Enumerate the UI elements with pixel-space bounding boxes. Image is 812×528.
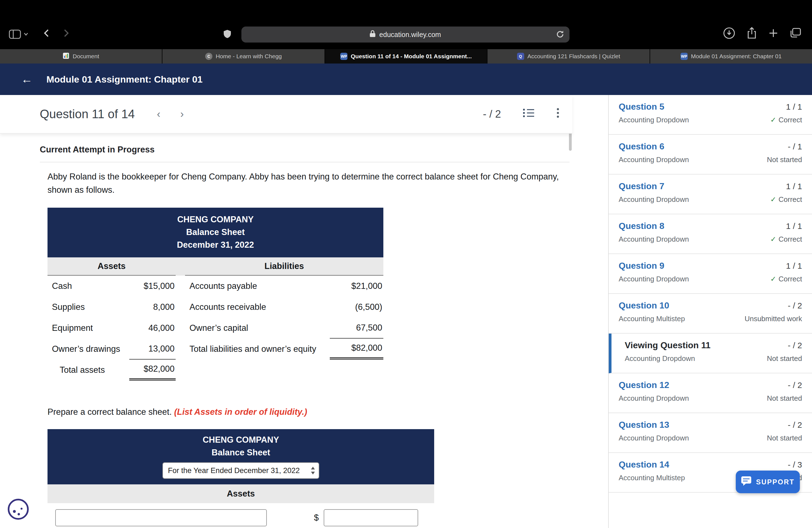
given-sheet-header: CHENG COMPANY Balance Sheet December 31,… [47,208,383,258]
question-type: Accounting Dropdown [619,275,689,283]
given-balance-sheet: CHENG COMPANY Balance Sheet December 31,… [47,208,383,381]
next-question-icon[interactable]: › [180,108,184,120]
question-type: Accounting Multistep [619,474,685,482]
balance-sheet-rows: Cash $15,000 Accounts payable $21,000 Su… [47,276,383,381]
wileyplus-favicon: WP [340,53,347,60]
company-name: CHENG COMPANY [47,213,383,226]
question-list-item[interactable]: Question 10 - / 2 Accounting Multistep ✓… [609,294,812,334]
question-score: - / 2 [788,301,802,310]
question-list-item[interactable]: Question 12 - / 2 Accounting Dropdown ✓N… [609,373,812,413]
question-score: 1 / 1 [786,182,802,191]
check-icon: ✓ [770,116,777,124]
question-link[interactable]: Question 14 [619,459,669,470]
period-select[interactable]: For the Year Ended December 31, 2022 [162,462,319,479]
check-icon: ✓ [770,195,777,204]
question-link[interactable]: Question 8 [619,221,664,231]
question-link[interactable]: Question 13 [619,420,669,430]
question-status: ✓Not started [767,434,802,442]
tab-label: Accounting 121 Flashcards | Quizlet [527,53,620,60]
asset-value: $15,000 [129,276,176,297]
support-button[interactable]: SUPPORT [736,471,800,493]
current-question-label: Viewing Question 11 [625,340,711,350]
chat-bubble-icon [741,476,752,488]
back-arrow-icon[interactable]: ← [21,73,33,85]
back-icon[interactable] [44,29,49,40]
instruction-text: Prepare a correct balance sheet. (List A… [47,407,572,417]
liability-value: $21,000 [330,276,383,297]
asset-name-input[interactable] [55,509,267,526]
question-type: Accounting Dropdown [619,156,689,164]
share-icon[interactable] [747,27,757,41]
question-list-item[interactable]: Question 7 1 / 1 Accounting Dropdown ✓Co… [609,175,812,214]
question-type: Accounting Dropdown [619,116,689,124]
assets-column-header: Assets [47,258,176,276]
question-score: - / 3 [788,460,802,469]
tab-strip: Document C Home - Learn with Chegg WP Qu… [0,49,812,63]
tab-chegg[interactable]: C Home - Learn with Chegg [162,49,324,63]
tab-label: Home - Learn with Chegg [216,53,282,60]
more-options-icon[interactable] [557,108,559,120]
question-list-item[interactable]: Question 8 1 / 1 Accounting Dropdown ✓Co… [609,214,812,254]
statement-title: Balance Sheet [47,446,434,459]
question-list-item[interactable]: Question 13 - / 2 Accounting Dropdown ✓N… [609,413,812,453]
sidebar-toggle-icon[interactable] [9,30,28,39]
attempt-status-label: Current Attempt in Progress [40,145,572,155]
question-link[interactable]: Question 12 [619,380,669,390]
asset-label: Owner’s drawings [47,339,129,360]
tab-wileyplus-assignment[interactable]: WP Module 01 Assignment: Chapter 01 [650,49,812,63]
question-list-item[interactable]: Question 6 - / 1 Accounting Dropdown ✓No… [609,135,812,175]
question-link[interactable]: Question 5 [619,102,664,112]
asset-value: 46,000 [129,318,176,339]
question-link[interactable]: Question 9 [619,261,664,271]
asset-total-value: $82,000 [129,360,176,381]
question-list-item-current[interactable]: Viewing Question 11 - / 2 Accounting Dro… [609,334,812,373]
privacy-shield-icon[interactable] [224,30,231,40]
tab-overview-icon[interactable] [790,28,801,41]
question-list-sidebar: Question 5 1 / 1 Accounting Dropdown ✓Co… [609,95,812,528]
downloads-icon[interactable] [723,27,735,41]
tab-wileyplus-question[interactable]: WP Question 11 of 14 - Module 01 Assignm… [325,49,487,63]
statement-title: Balance Sheet [47,226,383,239]
address-bar[interactable]: education.wiley.com [242,27,569,43]
question-link[interactable]: Question 10 [619,300,669,311]
question-status: ✓Correct [770,116,802,124]
liability-total-label: Total liabilities and owner’s equity [185,339,330,360]
problem-text: Abby Roland is the bookkeeper for Cheng … [47,170,562,196]
liability-value: (6,500) [330,297,383,318]
asset-label: Cash [47,276,129,297]
liabilities-column-header: Liabilities [185,258,383,276]
tab-document[interactable]: Document [0,49,162,63]
check-icon: ✓ [770,235,777,244]
prev-question-icon[interactable]: ‹ [157,108,160,120]
question-toolbar: Question 11 of 14 ‹ › - / 2 [0,95,572,134]
tab-label: Document [73,53,99,60]
question-status: ✓Not started [767,354,802,363]
question-list-item[interactable]: Question 9 1 / 1 Accounting Dropdown ✓Co… [609,254,812,294]
divider [40,162,569,162]
assignment-title: Module 01 Assignment: Chapter 01 [46,74,203,85]
new-tab-icon[interactable] [768,28,778,40]
lock-icon [370,30,375,39]
question-list-icon[interactable] [523,108,535,120]
question-panel: Question 11 of 14 ‹ › - / 2 Current Atte… [0,95,609,528]
url-text: education.wiley.com [379,31,441,39]
reload-icon[interactable] [556,30,564,40]
liability-value: 67,500 [330,318,383,339]
question-list-item[interactable]: Question 5 1 / 1 Accounting Dropdown ✓Co… [609,95,812,135]
assistant-logo[interactable] [6,498,30,521]
question-link[interactable]: Question 6 [619,142,664,151]
liability-label: Owner’s capital [185,318,330,339]
chegg-favicon: C [205,53,213,60]
question-type: Accounting Dropdown [625,354,695,363]
question-type: Accounting Dropdown [619,235,689,244]
company-name: CHENG COMPANY [47,434,434,446]
asset-value: 8,000 [129,297,176,318]
tab-quizlet[interactable]: Q Accounting 121 Flashcards | Quizlet [488,49,649,63]
statement-date: December 31, 2022 [47,239,383,251]
asset-amount-input[interactable] [324,509,418,526]
forward-icon[interactable] [63,29,69,40]
question-status: ✓Unsubmitted work [744,314,802,323]
question-link[interactable]: Question 7 [619,181,664,191]
question-score: - / 1 [788,142,802,151]
assets-section-header: Assets [47,484,434,503]
